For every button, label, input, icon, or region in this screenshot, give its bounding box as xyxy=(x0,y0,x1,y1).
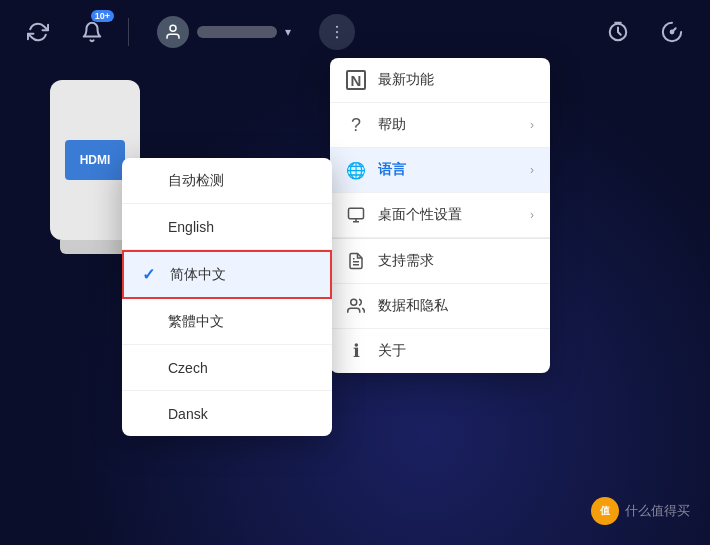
lang-name-dansk: Dansk xyxy=(168,406,208,422)
language-submenu: ✓ 自动检测 ✓ English ✓ 简体中文 ✓ 繁體中文 ✓ Czech ✓… xyxy=(122,158,332,436)
svg-point-12 xyxy=(351,299,357,305)
new-features-icon: N xyxy=(346,70,366,90)
lang-name-simplified-chinese: 简体中文 xyxy=(170,266,226,284)
menu-label-privacy: 数据和隐私 xyxy=(378,297,534,315)
lang-check-simplified-chinese: ✓ xyxy=(142,265,160,284)
hdmi-screen: HDMI xyxy=(65,140,125,180)
svg-point-3 xyxy=(336,36,338,38)
svg-point-6 xyxy=(671,31,674,34)
menu-item-language[interactable]: 🌐 语言 › xyxy=(330,148,550,193)
lang-name-traditional-chinese: 繁體中文 xyxy=(168,313,224,331)
watermark-text: 什么值得买 xyxy=(625,502,690,520)
menu-label-desktop: 桌面个性设置 xyxy=(378,206,518,224)
watermark: 值 什么值得买 xyxy=(591,497,690,525)
menu-label-support: 支持需求 xyxy=(378,252,534,270)
lang-item-dansk[interactable]: ✓ Dansk xyxy=(122,391,332,436)
bell-icon[interactable]: 10+ xyxy=(74,14,110,50)
lang-name-auto: 自动检测 xyxy=(168,172,224,190)
privacy-icon xyxy=(346,296,366,316)
menu-item-privacy[interactable]: 数据和隐私 xyxy=(330,284,550,329)
help-chevron: › xyxy=(530,118,534,132)
language-chevron: › xyxy=(530,163,534,177)
lang-item-traditional-chinese[interactable]: ✓ 繁體中文 xyxy=(122,299,332,345)
lang-name-czech: Czech xyxy=(168,360,208,376)
dropdown-arrow: ▾ xyxy=(285,25,291,39)
gauge-icon[interactable] xyxy=(654,14,690,50)
menu-item-about[interactable]: ℹ 关于 xyxy=(330,329,550,373)
menu-item-support[interactable]: 支持需求 xyxy=(330,239,550,284)
svg-point-0 xyxy=(170,25,176,31)
more-menu-button[interactable] xyxy=(319,14,355,50)
desktop-chevron: › xyxy=(530,208,534,222)
menu-label-language: 语言 xyxy=(378,161,518,179)
language-icon: 🌐 xyxy=(346,160,366,180)
timer-icon[interactable] xyxy=(600,14,636,50)
toolbar-divider xyxy=(128,18,129,46)
user-avatar xyxy=(157,16,189,48)
menu-item-new-features[interactable]: N 最新功能 xyxy=(330,58,550,103)
svg-point-2 xyxy=(336,31,338,33)
svg-rect-7 xyxy=(349,208,364,219)
menu-label-about: 关于 xyxy=(378,342,534,360)
main-menu: N 最新功能 ? 帮助 › 🌐 语言 › 桌面个性设置 › xyxy=(330,58,550,373)
user-section[interactable]: ▾ xyxy=(147,12,301,52)
lang-name-english: English xyxy=(168,219,214,235)
lang-item-auto[interactable]: ✓ 自动检测 xyxy=(122,158,332,204)
user-name-bar xyxy=(197,26,277,38)
refresh-icon[interactable] xyxy=(20,14,56,50)
lang-item-english[interactable]: ✓ English xyxy=(122,204,332,250)
toolbar: 10+ ▾ xyxy=(0,0,710,64)
watermark-logo: 值 xyxy=(591,497,619,525)
svg-point-1 xyxy=(336,26,338,28)
notification-badge: 10+ xyxy=(91,10,114,22)
hdmi-base xyxy=(60,240,130,254)
menu-item-help[interactable]: ? 帮助 › xyxy=(330,103,550,148)
menu-label-help: 帮助 xyxy=(378,116,518,134)
help-icon: ? xyxy=(346,115,366,135)
menu-item-desktop[interactable]: 桌面个性设置 › xyxy=(330,193,550,238)
support-icon xyxy=(346,251,366,271)
menu-label-new-features: 最新功能 xyxy=(378,71,534,89)
lang-item-czech[interactable]: ✓ Czech xyxy=(122,345,332,391)
lang-item-simplified-chinese[interactable]: ✓ 简体中文 xyxy=(122,250,332,299)
desktop-icon xyxy=(346,205,366,225)
about-icon: ℹ xyxy=(346,341,366,361)
